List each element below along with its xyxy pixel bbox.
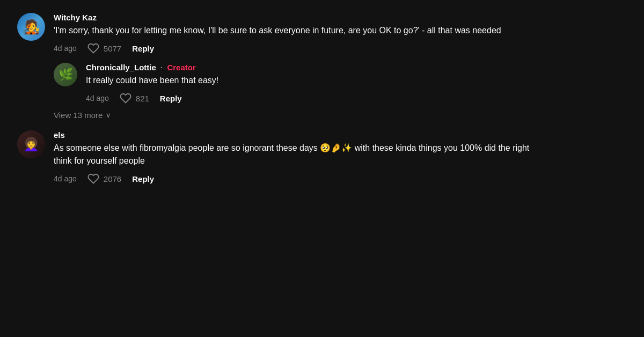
- like-button-chronically-lottie[interactable]: 821: [120, 92, 149, 104]
- avatar-witchy-kaz: 🧑‍🎤: [17, 13, 45, 41]
- comment-text-chronically-lottie: It really could have been that easy!: [86, 74, 569, 87]
- comments-container: 🧑‍🎤 Witchy Kaz 'I'm sorry, thank you for…: [0, 0, 644, 202]
- comment-time-chronically-lottie: 4d ago: [86, 94, 109, 102]
- comment-actions-witchy-kaz: 4d ago 5077 Reply: [54, 42, 627, 54]
- replies-witchy-kaz: 🌿 Chronically_Lottie · Creator It really…: [54, 63, 627, 104]
- creator-badge: Creator: [167, 63, 195, 72]
- comment-time-els: 4d ago: [54, 174, 77, 183]
- comment-body-els: els As someone else with fibromyalgia pe…: [54, 130, 627, 185]
- heart-icon-chronically-lottie: [120, 92, 131, 104]
- like-count-witchy-kaz: 5077: [104, 44, 121, 53]
- comment-body-chronically-lottie: Chronically_Lottie · Creator It really c…: [86, 63, 627, 104]
- comment-chronically-lottie: 🌿 Chronically_Lottie · Creator It really…: [54, 63, 627, 104]
- heart-icon-witchy-kaz: [87, 42, 99, 54]
- view-more-button[interactable]: View 13 more ∨: [54, 111, 111, 120]
- heart-svg-reply: [120, 92, 131, 104]
- like-button-witchy-kaz[interactable]: 5077: [87, 42, 121, 54]
- reply-button-els[interactable]: Reply: [132, 174, 154, 184]
- heart-icon-els: [87, 173, 99, 185]
- avatar-els: 👩‍🦱: [17, 130, 45, 158]
- username-chronically-lottie: Chronically_Lottie · Creator: [86, 63, 627, 72]
- like-count-els: 2076: [104, 174, 121, 184]
- comment-body-witchy-kaz: Witchy Kaz 'I'm sorry, thank you for let…: [54, 13, 627, 54]
- username-els: els: [54, 130, 627, 140]
- view-more-label: View 13 more: [54, 111, 103, 120]
- comment-actions-els: 4d ago 2076 Reply: [54, 173, 627, 185]
- like-button-els[interactable]: 2076: [87, 173, 121, 185]
- chevron-down-icon: ∨: [106, 111, 111, 119]
- comment-time-witchy-kaz: 4d ago: [54, 44, 77, 53]
- username-witchy-kaz: Witchy Kaz: [54, 13, 627, 22]
- like-count-chronically-lottie: 821: [136, 94, 149, 103]
- reply-button-chronically-lottie[interactable]: Reply: [160, 94, 182, 103]
- comment-actions-chronically-lottie: 4d ago 821 Reply: [86, 92, 627, 104]
- heart-svg-els: [87, 173, 99, 185]
- avatar-chronically-lottie: 🌿: [54, 63, 77, 86]
- comment-witchy-kaz: 🧑‍🎤 Witchy Kaz 'I'm sorry, thank you for…: [17, 13, 627, 54]
- reply-button-witchy-kaz[interactable]: Reply: [132, 44, 154, 53]
- heart-svg: [87, 42, 99, 54]
- comment-text-els: As someone else with fibromyalgia people…: [54, 142, 537, 167]
- comment-text-witchy-kaz: 'I'm sorry, thank you for letting me kno…: [54, 24, 537, 37]
- comment-els: 👩‍🦱 els As someone else with fibromyalgi…: [17, 130, 627, 185]
